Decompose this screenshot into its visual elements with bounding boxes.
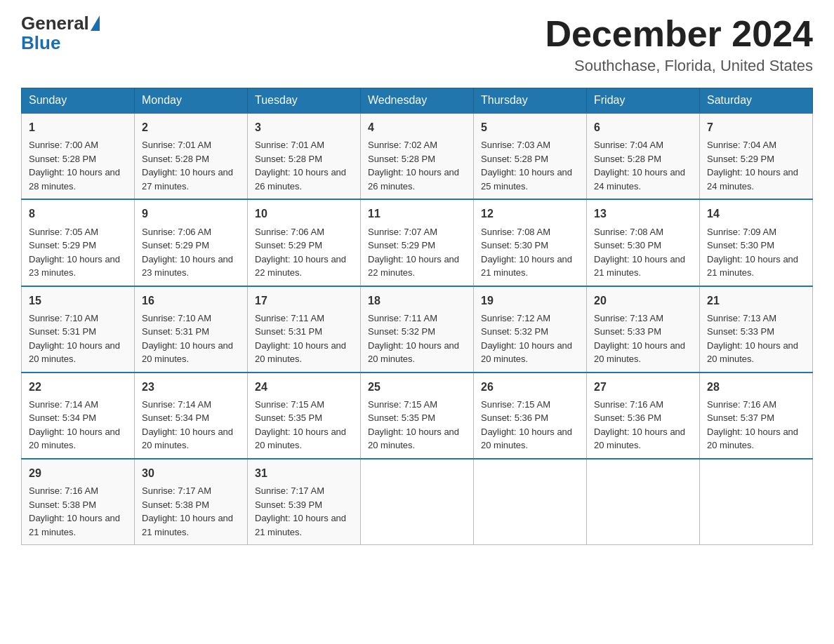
calendar-cell: 20Sunrise: 7:13 AMSunset: 5:33 PMDayligh…	[587, 286, 700, 373]
day-info: Sunrise: 7:13 AMSunset: 5:33 PMDaylight:…	[707, 311, 805, 366]
calendar-cell: 27Sunrise: 7:16 AMSunset: 5:36 PMDayligh…	[587, 373, 700, 459]
day-info: Sunrise: 7:01 AMSunset: 5:28 PMDaylight:…	[255, 138, 353, 193]
day-number: 10	[255, 206, 353, 222]
header-day-tuesday: Tuesday	[248, 88, 361, 114]
day-info: Sunrise: 7:17 AMSunset: 5:38 PMDaylight:…	[142, 484, 240, 539]
logo-general-text: General	[21, 14, 89, 32]
day-info: Sunrise: 7:06 AMSunset: 5:29 PMDaylight:…	[142, 225, 240, 280]
day-number: 22	[29, 379, 127, 395]
calendar-cell: 16Sunrise: 7:10 AMSunset: 5:31 PMDayligh…	[135, 286, 248, 373]
day-info: Sunrise: 7:15 AMSunset: 5:35 PMDaylight:…	[255, 398, 353, 452]
day-number: 17	[255, 293, 353, 309]
day-number: 18	[368, 293, 466, 309]
header-row: SundayMondayTuesdayWednesdayThursdayFrid…	[22, 88, 813, 114]
day-number: 24	[255, 379, 353, 395]
day-number: 14	[707, 206, 805, 222]
calendar-cell	[474, 459, 587, 545]
header-day-thursday: Thursday	[474, 88, 587, 114]
calendar-cell: 25Sunrise: 7:15 AMSunset: 5:35 PMDayligh…	[361, 373, 474, 459]
calendar-cell: 2Sunrise: 7:01 AMSunset: 5:28 PMDaylight…	[135, 113, 248, 199]
day-info: Sunrise: 7:11 AMSunset: 5:31 PMDaylight:…	[255, 311, 353, 366]
day-number: 27	[594, 379, 692, 395]
calendar-cell: 30Sunrise: 7:17 AMSunset: 5:38 PMDayligh…	[135, 459, 248, 545]
calendar-cell: 9Sunrise: 7:06 AMSunset: 5:29 PMDaylight…	[135, 199, 248, 286]
day-number: 5	[481, 119, 579, 135]
day-info: Sunrise: 7:12 AMSunset: 5:32 PMDaylight:…	[481, 311, 579, 366]
calendar-cell: 21Sunrise: 7:13 AMSunset: 5:33 PMDayligh…	[700, 286, 813, 373]
day-number: 30	[142, 465, 240, 481]
calendar-cell: 4Sunrise: 7:02 AMSunset: 5:28 PMDaylight…	[361, 113, 474, 199]
calendar-cell: 29Sunrise: 7:16 AMSunset: 5:38 PMDayligh…	[22, 459, 135, 545]
month-title: December 2024	[545, 14, 813, 54]
title-section: December 2024 Southchase, Florida, Unite…	[545, 14, 813, 75]
calendar-cell	[587, 459, 700, 545]
day-number: 26	[481, 379, 579, 395]
header-day-friday: Friday	[587, 88, 700, 114]
calendar-cell: 5Sunrise: 7:03 AMSunset: 5:28 PMDaylight…	[474, 113, 587, 199]
calendar-cell: 6Sunrise: 7:04 AMSunset: 5:28 PMDaylight…	[587, 113, 700, 199]
day-info: Sunrise: 7:16 AMSunset: 5:36 PMDaylight:…	[594, 398, 692, 452]
day-info: Sunrise: 7:06 AMSunset: 5:29 PMDaylight:…	[255, 225, 353, 280]
day-info: Sunrise: 7:01 AMSunset: 5:28 PMDaylight:…	[142, 138, 240, 193]
day-number: 4	[368, 119, 466, 135]
calendar-cell: 22Sunrise: 7:14 AMSunset: 5:34 PMDayligh…	[22, 373, 135, 459]
day-number: 31	[255, 465, 353, 481]
location-subtitle: Southchase, Florida, United States	[545, 57, 813, 75]
day-info: Sunrise: 7:17 AMSunset: 5:39 PMDaylight:…	[255, 484, 353, 539]
day-info: Sunrise: 7:11 AMSunset: 5:32 PMDaylight:…	[368, 311, 466, 366]
week-row-5: 29Sunrise: 7:16 AMSunset: 5:38 PMDayligh…	[22, 459, 813, 545]
day-info: Sunrise: 7:03 AMSunset: 5:28 PMDaylight:…	[481, 138, 579, 193]
calendar-cell: 19Sunrise: 7:12 AMSunset: 5:32 PMDayligh…	[474, 286, 587, 373]
day-info: Sunrise: 7:04 AMSunset: 5:28 PMDaylight:…	[594, 138, 692, 193]
calendar-cell: 26Sunrise: 7:15 AMSunset: 5:36 PMDayligh…	[474, 373, 587, 459]
day-info: Sunrise: 7:09 AMSunset: 5:30 PMDaylight:…	[707, 225, 805, 280]
calendar-cell: 18Sunrise: 7:11 AMSunset: 5:32 PMDayligh…	[361, 286, 474, 373]
day-info: Sunrise: 7:16 AMSunset: 5:38 PMDaylight:…	[29, 484, 127, 539]
calendar-cell: 1Sunrise: 7:00 AMSunset: 5:28 PMDaylight…	[22, 113, 135, 199]
day-number: 25	[368, 379, 466, 395]
day-number: 8	[29, 206, 127, 222]
week-row-4: 22Sunrise: 7:14 AMSunset: 5:34 PMDayligh…	[22, 373, 813, 459]
calendar-cell: 12Sunrise: 7:08 AMSunset: 5:30 PMDayligh…	[474, 199, 587, 286]
day-info: Sunrise: 7:15 AMSunset: 5:36 PMDaylight:…	[481, 398, 579, 452]
calendar-cell: 24Sunrise: 7:15 AMSunset: 5:35 PMDayligh…	[248, 373, 361, 459]
day-number: 28	[707, 379, 805, 395]
day-number: 2	[142, 119, 240, 135]
day-number: 21	[707, 293, 805, 309]
day-info: Sunrise: 7:08 AMSunset: 5:30 PMDaylight:…	[594, 225, 692, 280]
header-day-monday: Monday	[135, 88, 248, 114]
day-number: 19	[481, 293, 579, 309]
day-number: 7	[707, 119, 805, 135]
calendar-cell: 10Sunrise: 7:06 AMSunset: 5:29 PMDayligh…	[248, 199, 361, 286]
day-info: Sunrise: 7:04 AMSunset: 5:29 PMDaylight:…	[707, 138, 805, 193]
day-info: Sunrise: 7:07 AMSunset: 5:29 PMDaylight:…	[368, 225, 466, 280]
calendar-cell: 17Sunrise: 7:11 AMSunset: 5:31 PMDayligh…	[248, 286, 361, 373]
calendar-cell: 3Sunrise: 7:01 AMSunset: 5:28 PMDaylight…	[248, 113, 361, 199]
calendar-cell: 11Sunrise: 7:07 AMSunset: 5:29 PMDayligh…	[361, 199, 474, 286]
day-info: Sunrise: 7:13 AMSunset: 5:33 PMDaylight:…	[594, 311, 692, 366]
day-info: Sunrise: 7:14 AMSunset: 5:34 PMDaylight:…	[29, 398, 127, 452]
calendar-cell: 31Sunrise: 7:17 AMSunset: 5:39 PMDayligh…	[248, 459, 361, 545]
day-number: 1	[29, 119, 127, 135]
day-info: Sunrise: 7:00 AMSunset: 5:28 PMDaylight:…	[29, 138, 127, 193]
day-number: 13	[594, 206, 692, 222]
day-number: 12	[481, 206, 579, 222]
calendar-cell: 28Sunrise: 7:16 AMSunset: 5:37 PMDayligh…	[700, 373, 813, 459]
logo-triangle-icon	[91, 15, 100, 31]
day-info: Sunrise: 7:08 AMSunset: 5:30 PMDaylight:…	[481, 225, 579, 280]
page-header: General Blue December 2024 Southchase, F…	[21, 14, 813, 75]
day-info: Sunrise: 7:02 AMSunset: 5:28 PMDaylight:…	[368, 138, 466, 193]
day-number: 29	[29, 465, 127, 481]
calendar-cell	[700, 459, 813, 545]
day-number: 20	[594, 293, 692, 309]
week-row-1: 1Sunrise: 7:00 AMSunset: 5:28 PMDaylight…	[22, 113, 813, 199]
calendar-cell: 23Sunrise: 7:14 AMSunset: 5:34 PMDayligh…	[135, 373, 248, 459]
calendar-cell	[361, 459, 474, 545]
day-number: 11	[368, 206, 466, 222]
day-number: 6	[594, 119, 692, 135]
logo-blue-text: Blue	[21, 32, 60, 53]
calendar-cell: 15Sunrise: 7:10 AMSunset: 5:31 PMDayligh…	[22, 286, 135, 373]
day-info: Sunrise: 7:16 AMSunset: 5:37 PMDaylight:…	[707, 398, 805, 452]
day-number: 16	[142, 293, 240, 309]
header-day-saturday: Saturday	[700, 88, 813, 114]
